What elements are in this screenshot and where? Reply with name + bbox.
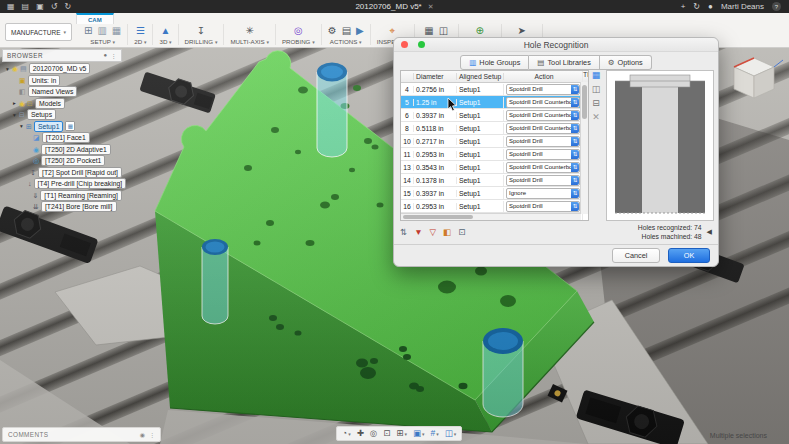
hole-cylinder-right[interactable]: [483, 328, 523, 417]
toolbar-group-label[interactable]: PROBING ▾: [282, 38, 315, 45]
save-icon[interactable]: ▣: [36, 3, 44, 11]
browser-item-t4-pre-drill-chip-breaking[interactable]: ↓[T4] Pre-drill [Chip breaking]: [2, 178, 122, 190]
orbit-icon[interactable]: ◔▾: [342, 429, 351, 438]
visibility-bulb-icon[interactable]: ◉: [19, 100, 25, 107]
browser-item-label[interactable]: [T2] Spot Drill [Rapid out]: [38, 167, 122, 178]
browser-item-t2-spot-drill-rapid-out[interactable]: ↧[T2] Spot Drill [Rapid out]: [2, 167, 122, 179]
zoom-window-icon[interactable]: [418, 41, 425, 48]
toolbar-group-label[interactable]: 2D ▾: [134, 38, 146, 45]
hole-group-row-4[interactable]: 40.2756 inSetup1Spotdrill Drill⇅: [401, 83, 588, 96]
dialog-titlebar[interactable]: Hole Recognition: [394, 38, 718, 52]
browser-item-label[interactable]: Setups: [27, 109, 56, 120]
vertical-scrollbar[interactable]: [580, 82, 588, 214]
ok-button[interactable]: OK: [668, 248, 710, 263]
sort-holes-icon[interactable]: ⇅: [400, 227, 407, 237]
fit-icon[interactable]: ⊡: [383, 429, 390, 438]
action-stepper-icon[interactable]: ⇅: [571, 163, 579, 172]
zoom-window-icon[interactable]: ⊞▾: [396, 429, 407, 438]
action-select[interactable]: Spotdrill Drill Counterbore⇅: [506, 123, 580, 134]
browser-item-units-in[interactable]: ▣Units: in: [2, 75, 122, 87]
toolbar-group-multi-axis[interactable]: ✳MULTI-AXIS ▾: [224, 24, 276, 45]
job-status-icon[interactable]: ↻: [693, 2, 700, 11]
browser-item-models[interactable]: ▸◉⊟Models: [2, 98, 122, 110]
user-name[interactable]: Marti Deans: [721, 2, 764, 11]
app-grid-icon[interactable]: ▦: [7, 3, 15, 11]
toolbar-group-probing[interactable]: ◎PROBING ▾: [276, 24, 322, 45]
browser-item-label[interactable]: Named Views: [28, 86, 78, 97]
hole-group-row-6[interactable]: 60.3937 inSetup1Spotdrill Drill Counterb…: [401, 109, 588, 122]
action-select[interactable]: Spotdrill Drill Counterbore⇅: [506, 162, 580, 173]
action-stepper-icon[interactable]: ⇅: [571, 137, 579, 146]
undo-icon[interactable]: ↺: [51, 3, 58, 11]
hole-cylinder-left[interactable]: [202, 239, 228, 324]
hole-group-row-10[interactable]: 100.2717 inSetup1Spotdrill Drill⇅: [401, 135, 588, 148]
toolbar-group-label[interactable]: DRILLING ▾: [185, 38, 218, 45]
browser-item-t241-bore-bore-mill[interactable]: ⇊[T241] Bore [Bore mill]: [2, 201, 122, 213]
redo-icon[interactable]: ↻: [64, 3, 71, 11]
comments-bar[interactable]: COMMENTS ◉ ⋮: [2, 427, 161, 442]
action-select[interactable]: Ignore⇅: [506, 188, 580, 199]
column-header-Th[interactable]: Th: [582, 71, 589, 82]
browser-header[interactable]: BROWSER ● ⋮: [2, 49, 122, 62]
workspace-selector[interactable]: MANUFACTURE ▾: [5, 23, 72, 41]
toolbar-group-3d[interactable]: ▲3D ▾: [153, 24, 178, 45]
toolbar-group-label[interactable]: SETUP ▾: [90, 38, 115, 45]
setup-edit-badge[interactable]: ▦: [65, 121, 75, 131]
preview-pane-icon[interactable]: ◫: [592, 84, 601, 94]
setup-icon[interactable]: ⊞: [84, 26, 92, 36]
toolbar-group-drilling[interactable]: ↧DRILLING ▾: [179, 24, 225, 45]
action-stepper-icon[interactable]: ⇅: [571, 150, 579, 159]
browser-item-setup1[interactable]: ▾⊞Setup1▦: [2, 121, 122, 133]
select-icon[interactable]: ➤: [517, 26, 525, 36]
zoom-icon[interactable]: ◎: [370, 429, 377, 438]
simulate-icon[interactable]: ▶: [356, 26, 364, 36]
view-cube[interactable]: [724, 48, 786, 110]
task-manager-icon[interactable]: ◫: [439, 26, 448, 36]
action-select[interactable]: Spotdrill Drill Counterbore⇅: [506, 110, 580, 121]
display-settings-icon[interactable]: ▣▾: [413, 429, 425, 438]
action-stepper-icon[interactable]: ⇅: [571, 189, 579, 198]
browser-item-label[interactable]: [T1] Reaming [Reaming]: [40, 190, 122, 201]
browser-item-t250-2d-adaptive1[interactable]: ◉[T250] 2D Adaptive1: [2, 144, 122, 156]
toolbar-group-label[interactable]: 3D ▾: [159, 38, 171, 45]
toolbar-group-label[interactable]: ACTIONS ▾: [330, 38, 362, 45]
hole-group-row-16[interactable]: 160.2953 inSetup1Spotdrill Drill⇅: [401, 200, 588, 213]
merge-holes-icon[interactable]: ◧: [443, 227, 451, 237]
section-view-icon[interactable]: ⊟: [592, 98, 600, 108]
tab-tool-libraries[interactable]: ▤Tool Libraries: [529, 55, 600, 70]
help-icon[interactable]: ?: [772, 2, 781, 11]
multi-axis-icon[interactable]: ✳: [245, 26, 253, 36]
tab-hole-groups[interactable]: ▥Hole Groups: [460, 55, 529, 70]
hole-cylinder-top[interactable]: [317, 63, 347, 158]
action-select[interactable]: Spotdrill Drill⇅: [506, 84, 580, 95]
browser-item-label[interactable]: Models: [35, 98, 65, 109]
browser-item-label[interactable]: 20120706_MD v5: [29, 63, 91, 74]
toolpath-2d-icon[interactable]: ☰: [136, 26, 145, 36]
collapse-stats-icon[interactable]: ◀: [707, 228, 712, 236]
holes-list-icon[interactable]: ▦: [592, 70, 601, 80]
browser-item-named-views[interactable]: ◧Named Views: [2, 86, 122, 98]
inspect-icon[interactable]: ⌖: [389, 26, 395, 36]
comments-count-icon[interactable]: ◉: [140, 431, 145, 438]
browser-item-label[interactable]: [T4] Pre-drill [Chip breaking]: [34, 178, 127, 189]
hole-group-row-11[interactable]: 110.2953 inSetup1Spotdrill Drill⇅: [401, 148, 588, 161]
preview-fit-icon[interactable]: ⊡: [458, 227, 465, 237]
action-stepper-icon[interactable]: ⇅: [571, 124, 579, 133]
setup-sheet-icon[interactable]: ▤: [342, 26, 351, 36]
browser-item-label[interactable]: Setup1: [34, 121, 64, 132]
column-header-Diameter[interactable]: Diameter: [413, 73, 456, 80]
document-tab-cam[interactable]: CAM: [76, 13, 114, 24]
browser-item-label[interactable]: [T201] Face1: [42, 132, 90, 143]
viewports-icon[interactable]: ◫▾: [445, 429, 457, 438]
toolbar-group-label[interactable]: MULTI-AXIS ▾: [230, 38, 269, 45]
filter-recognized-icon[interactable]: ▼: [414, 227, 422, 237]
cam-pattern-icon[interactable]: ▦: [112, 26, 121, 36]
cancel-button[interactable]: Cancel: [612, 248, 660, 263]
browser-more-icon[interactable]: ⋮: [111, 52, 118, 59]
add-ins-icon[interactable]: ⊕: [475, 26, 483, 36]
action-stepper-icon[interactable]: ⇅: [571, 176, 579, 185]
tab-options[interactable]: ⚙Options: [600, 55, 652, 70]
hole-group-row-8[interactable]: 80.5118 inSetup1Spotdrill Drill Counterb…: [401, 122, 588, 135]
browser-item-label[interactable]: Units: in: [28, 75, 61, 86]
tool-library-icon[interactable]: ▦: [424, 26, 433, 36]
